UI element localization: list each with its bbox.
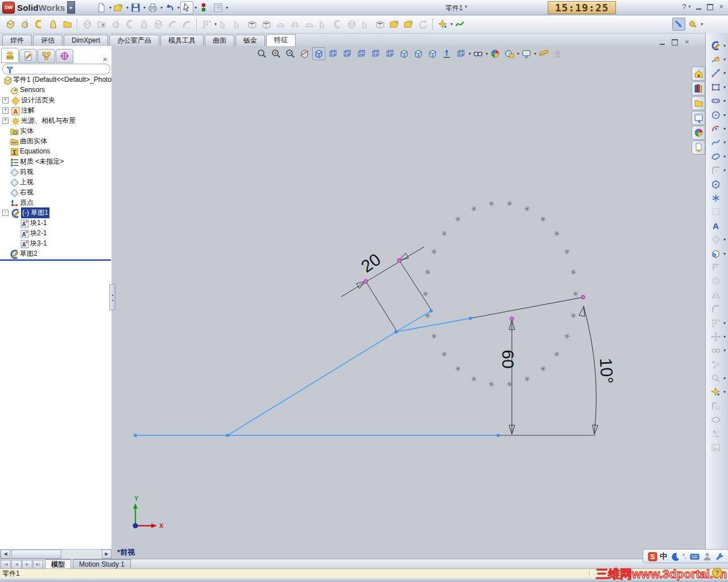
- swept-cut-icon[interactable]: [123, 18, 136, 31]
- ellipse-icon[interactable]: [709, 150, 722, 163]
- soft-keyboard-icon[interactable]: [689, 551, 699, 561]
- dimension-value[interactable]: 60: [499, 350, 518, 368]
- minimize-button[interactable]: [696, 4, 701, 10]
- restore-button[interactable]: [707, 4, 713, 10]
- 3d-sketch-icon[interactable]: [709, 247, 722, 260]
- boundary-boss-icon[interactable]: [61, 18, 74, 31]
- custom-properties-tab[interactable]: [692, 140, 705, 155]
- mirror-entities-icon[interactable]: [709, 289, 722, 302]
- scroll-right-button[interactable]: ▶: [102, 550, 111, 559]
- panel-splitter[interactable]: [0, 259, 111, 261]
- tree-item[interactable]: Sensors: [0, 85, 111, 95]
- tree-item[interactable]: -(-) 草图1: [0, 207, 111, 218]
- view-palette-tab[interactable]: [692, 111, 705, 125]
- tab-first-button[interactable]: |◀: [1, 560, 11, 569]
- tree-item[interactable]: +A注解: [0, 105, 111, 115]
- tree-item[interactable]: 实体: [0, 126, 111, 136]
- ellipse-dropdown-icon[interactable]: ▾: [723, 154, 726, 159]
- settings-wrench-icon[interactable]: [714, 551, 724, 561]
- rib-icon[interactable]: [217, 18, 230, 31]
- corner-rectangle-icon[interactable]: [709, 81, 722, 94]
- check-sketch-dropdown-icon[interactable]: ▾: [723, 376, 726, 381]
- tree-item[interactable]: +设计活页夹: [0, 95, 111, 105]
- centerpoint-arc-icon[interactable]: [709, 122, 722, 135]
- move-entities-dropdown-icon[interactable]: ▾: [723, 334, 726, 339]
- tree-expander-icon[interactable]: -: [2, 210, 9, 216]
- panel-collapse-handle[interactable]: ◂◂: [109, 284, 115, 310]
- chinese-mode[interactable]: 中: [660, 551, 667, 562]
- line-icon[interactable]: [709, 66, 722, 80]
- 3d-sketch-dropdown-icon[interactable]: ▾: [723, 251, 726, 256]
- sketch-quick-tool-icon[interactable]: [436, 18, 449, 31]
- panel-horizontal-scrollbar[interactable]: ◀ ▶: [0, 549, 112, 559]
- convert-entities-icon[interactable]: [709, 261, 722, 274]
- tree-item[interactable]: A块3-1: [0, 238, 111, 248]
- rebuild-stoplight-icon[interactable]: [197, 1, 210, 14]
- isolate-dropdown-icon[interactable]: ▾: [701, 22, 703, 27]
- configurationmanager-tab[interactable]: [38, 49, 55, 63]
- move-entities-icon[interactable]: [709, 330, 722, 343]
- centerpoint-arc-dropdown-icon[interactable]: ▾: [723, 126, 726, 131]
- featuremanager-design-tree-tab[interactable]: [1, 48, 19, 63]
- display-delete-relations-icon[interactable]: [709, 344, 722, 357]
- help-dropdown-icon[interactable]: ▾: [688, 2, 690, 12]
- circle-dropdown-icon[interactable]: ▾: [723, 113, 726, 118]
- dome-icon[interactable]: [274, 18, 287, 31]
- graphics-area[interactable]: ▾▾▾▾ 206010°YX *前视: [111, 46, 705, 559]
- quick-snaps-icon[interactable]: [709, 385, 722, 398]
- sketch-icon[interactable]: [709, 39, 722, 52]
- tree-item[interactable]: 零件1 (Default<<Default>_PhotoW: [0, 74, 111, 85]
- modify-sketch-icon[interactable]: [709, 427, 722, 440]
- scroll-left-button[interactable]: ◀: [1, 550, 10, 559]
- tab-last-button[interactable]: ▶|: [33, 560, 43, 569]
- sketch-lines[interactable]: [135, 247, 595, 435]
- chamfer-icon[interactable]: [180, 18, 193, 31]
- extruded-boss-icon[interactable]: [4, 18, 17, 31]
- help-button[interactable]: ?: [682, 2, 686, 12]
- lofted-cut-icon[interactable]: [138, 18, 151, 31]
- login-person-icon[interactable]: [702, 551, 712, 561]
- split-icon[interactable]: [359, 18, 373, 31]
- sketch-quick-tool-dropdown-icon[interactable]: ▾: [450, 22, 453, 27]
- tree-item[interactable]: 曲面实体: [0, 136, 111, 146]
- undo-icon[interactable]: [163, 1, 176, 14]
- tree-item[interactable]: A块1-1: [0, 218, 111, 228]
- spline-dropdown-icon[interactable]: ▾: [723, 140, 726, 145]
- command-options-dropdown-icon[interactable]: ▾: [226, 5, 228, 10]
- file-explorer-tab[interactable]: [692, 96, 705, 110]
- sketch-dropdown-icon[interactable]: ▾: [723, 43, 726, 48]
- select-cursor-dropdown-icon[interactable]: ▾: [195, 5, 197, 10]
- select-cursor-icon[interactable]: [180, 1, 193, 14]
- smart-dimension-icon[interactable]: [709, 53, 722, 66]
- extruded-cut-icon[interactable]: [81, 18, 94, 31]
- boundary-cut-icon[interactable]: [152, 18, 165, 31]
- display-delete-relations-dropdown-icon[interactable]: ▾: [723, 348, 726, 353]
- panel-tabs-overflow[interactable]: »: [101, 55, 109, 63]
- plane-icon[interactable]: [709, 233, 722, 246]
- deform-icon[interactable]: [303, 18, 316, 31]
- tab-next-button[interactable]: ▶: [22, 560, 32, 569]
- check-sketch-icon[interactable]: [709, 372, 722, 385]
- tree-item[interactable]: A块2-1: [0, 228, 111, 238]
- corner-rectangle-dropdown-icon[interactable]: ▾: [723, 85, 726, 90]
- dimension-value[interactable]: 10°: [597, 357, 617, 384]
- tab-模具工具[interactable]: 模具工具: [160, 35, 204, 46]
- tab-曲面[interactable]: 曲面: [205, 35, 234, 46]
- doc-restore-button[interactable]: [672, 39, 678, 45]
- tree-item[interactable]: 原点: [0, 197, 111, 207]
- help-bubble-icon[interactable]: ?: [712, 568, 722, 578]
- tree-expander-icon[interactable]: +: [2, 107, 9, 114]
- sketch-chamfer-icon[interactable]: [709, 302, 722, 315]
- sketch-canvas[interactable]: 206010°YX: [111, 46, 705, 559]
- point-icon[interactable]: [709, 192, 722, 205]
- print-dropdown-icon[interactable]: ▾: [160, 5, 163, 10]
- make-block-icon[interactable]: [709, 400, 722, 413]
- new-document-icon[interactable]: [95, 1, 108, 14]
- smart-dimension-dropdown-icon[interactable]: ▾: [723, 57, 726, 62]
- instant3d-icon[interactable]: [672, 18, 685, 31]
- revolved-cut-icon[interactable]: [109, 18, 122, 31]
- close-button[interactable]: ×: [719, 2, 723, 12]
- sketch-fillet-icon[interactable]: [709, 164, 722, 177]
- solidworks-resources-tab[interactable]: [692, 66, 705, 81]
- polygon-icon[interactable]: [709, 178, 722, 191]
